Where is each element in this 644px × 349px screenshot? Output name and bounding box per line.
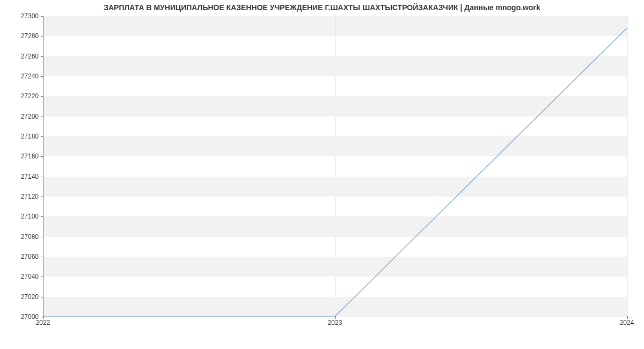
y-tick-label: 27080	[21, 233, 39, 241]
y-tick-label: 27280	[21, 32, 39, 40]
y-tick-label: 27300	[21, 12, 39, 20]
x-gridline	[627, 16, 628, 316]
x-tick-label: 2023	[328, 319, 342, 326]
line-series	[43, 28, 627, 316]
y-tick	[41, 16, 43, 17]
y-tick-label: 27240	[21, 72, 39, 80]
x-tick-label: 2022	[36, 319, 50, 326]
y-tick-label: 27200	[21, 113, 39, 120]
y-tick	[41, 56, 43, 57]
y-tick-label: 27160	[21, 152, 39, 160]
y-tick	[41, 76, 43, 77]
plot-area	[43, 16, 627, 317]
y-tick	[41, 136, 43, 137]
y-tick	[41, 297, 43, 297]
y-tick	[41, 177, 43, 177]
y-tick	[41, 36, 43, 37]
y-tick	[41, 257, 43, 257]
y-tick-label: 27100	[21, 213, 39, 220]
line-series-svg	[43, 16, 627, 316]
chart-title: ЗАРПЛАТА В МУНИЦИПАЛЬНОЕ КАЗЕННОЕ УЧРЕЖД…	[0, 3, 644, 12]
y-tick	[41, 117, 43, 117]
y-tick-label: 27040	[21, 273, 39, 280]
chart-container: ЗАРПЛАТА В МУНИЦИПАЛЬНОЕ КАЗЕННОЕ УЧРЕЖД…	[0, 0, 644, 349]
x-tick-label: 2024	[620, 319, 634, 326]
y-tick-label: 27020	[21, 293, 39, 301]
y-tick	[41, 277, 43, 277]
y-tick	[41, 237, 43, 237]
y-tick-label: 27060	[21, 253, 39, 260]
y-tick	[41, 216, 43, 217]
y-tick-label: 27260	[21, 53, 39, 60]
y-tick-label: 27180	[21, 133, 39, 140]
y-tick	[41, 156, 43, 157]
y-tick-label: 27120	[21, 193, 39, 200]
y-tick	[41, 197, 43, 197]
y-tick	[41, 96, 43, 97]
y-tick-label: 27140	[21, 173, 39, 180]
y-tick-label: 27220	[21, 92, 39, 100]
